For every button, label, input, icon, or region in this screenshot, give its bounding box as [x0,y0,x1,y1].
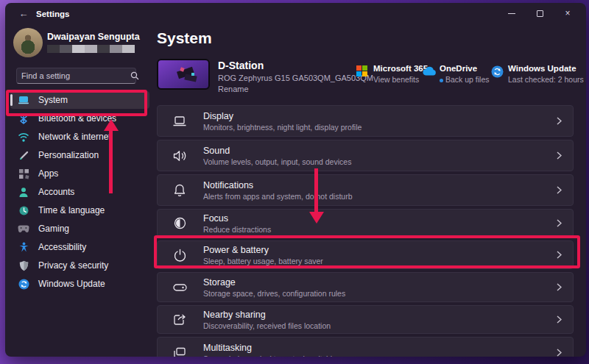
user-avatar[interactable] [13,28,43,57]
chevron-right-icon [555,219,562,227]
chevron-right-icon [555,151,562,160]
quick-info-subtitle: Last checked: 2 hours ago [508,75,586,84]
rename-button[interactable]: Rename [218,85,249,93]
annotation-arrow-down-icon [309,212,324,224]
search-icon [130,71,139,80]
close-icon: × [565,8,570,18]
sidebar-item-label: Personalization [38,150,99,160]
brush-icon [18,149,29,161]
nearby-sharing-icon [172,313,187,327]
status-dot [440,79,443,82]
sidebar-item-label: Privacy & security [38,260,108,271]
annotation-arrow-up-icon [104,119,119,131]
card-title: Sound [203,146,555,156]
update-icon [18,278,29,290]
card-title: Focus [203,213,555,224]
sidebar-item-accessibility[interactable]: Accessibility [10,238,149,256]
apps-icon [18,168,29,179]
person-icon [18,186,29,198]
settings-card-nearby-sharing[interactable]: Nearby sharing Discoverability, received… [157,305,574,334]
user-name: Dwaipayan Sengupta [47,32,140,42]
card-subtitle: Reduce distractions [203,225,555,234]
chevron-right-icon [555,186,562,194]
minimize-button[interactable] [498,3,526,24]
sidebar-item-network-internet[interactable]: Network & internet [10,128,149,146]
bell-icon [172,183,187,198]
settings-card-focus[interactable]: Focus Reduce distractions [157,209,574,238]
gamepad-icon [18,223,29,235]
sidebar-item-label: Accessibility [38,242,86,252]
close-button[interactable]: × [554,3,582,24]
quick-info-subtitle: View benefits [373,75,419,84]
annotation-arrow-up-shaft [109,130,113,193]
display-icon [172,114,187,129]
search-input[interactable] [17,71,130,80]
sidebar-item-gaming[interactable]: Gaming [10,220,149,238]
settings-window: ← Settings × Dwaipayan Sengupta System [5,3,586,357]
annotation-arrow-down-shaft [314,168,318,213]
chevron-right-icon [555,349,562,357]
card-title: Storage [203,277,555,288]
onedrive-cloud-icon [423,65,437,79]
settings-card-list: Display Monitors, brightness, night ligh… [157,105,574,357]
settings-card-notifications[interactable]: Notifications Alerts from apps and syste… [157,174,574,206]
titlebar: ← Settings × [5,3,586,24]
annotation-box-power-battery [154,235,580,268]
sidebar-item-windows-update[interactable]: Windows Update [10,275,149,293]
window-title: Settings [36,10,69,18]
device-name: D-Station [218,60,264,71]
microsoft-logo-icon [356,65,367,79]
sidebar-item-privacy-security[interactable]: Privacy & security [10,257,149,274]
accessibility-person-icon [18,241,29,253]
card-subtitle: Storage space, drives, configuration rul… [203,289,555,298]
sidebar-item-accounts[interactable]: Accounts [10,183,149,201]
card-title: Nearby sharing [203,310,555,320]
maximize-icon [537,10,543,17]
multitasking-icon [172,346,187,357]
clock-icon [18,204,29,216]
sidebar-item-label: Time & language [38,205,105,215]
quick-info-title: OneDrive [440,64,477,73]
device-thumbnail [157,59,210,90]
chevron-right-icon [555,283,562,291]
card-title: Multitasking [203,343,555,353]
card-subtitle: Alerts from apps and system, do not dist… [203,192,555,201]
main-content: System D-Station ROG Zephyrus G15 GA503Q… [154,24,586,357]
wifi-icon [18,131,29,143]
back-button[interactable]: ← [17,8,30,20]
maximize-button[interactable] [526,3,554,24]
card-title: Display [203,111,555,121]
quick-info-title: Windows Update [508,64,576,73]
chevron-right-icon [555,315,562,324]
sidebar-item-label: Gaming [38,224,69,234]
card-subtitle: Volume levels, output, input, sound devi… [203,157,555,166]
shield-icon [18,260,29,271]
minimize-icon [508,13,515,14]
sound-icon [172,149,187,163]
chevron-right-icon [555,117,562,125]
search-box[interactable] [16,68,136,84]
settings-card-display[interactable]: Display Monitors, brightness, night ligh… [157,105,574,137]
windows-update-circle-icon [491,65,504,81]
sidebar-item-personalization[interactable]: Personalization [10,146,149,164]
settings-card-multitasking[interactable]: Multitasking Snap windows, desktops, tas… [157,337,574,357]
quick-info-title: Microsoft 365 [373,64,428,73]
settings-card-sound[interactable]: Sound Volume levels, output, input, soun… [157,140,574,171]
sidebar: Dwaipayan Sengupta System Bluetooth & de… [5,24,154,357]
storage-drive-icon [172,280,187,295]
sidebar-nav: System Bluetooth & devices Network & int… [10,91,149,293]
card-subtitle: Snap windows, desktops, task switching [203,354,555,357]
sidebar-item-label: Apps [38,168,58,179]
sidebar-item-time-language[interactable]: Time & language [10,201,149,219]
sidebar-item-label: Accounts [38,187,74,197]
sidebar-item-label: Windows Update [38,279,105,289]
card-title: Notifications [203,180,555,190]
card-subtitle: Discoverability, received files location [203,321,555,330]
quick-info-subtitle: Back up files [440,75,490,84]
device-model: ROG Zephyrus G15 GA503QM_GA503QM [218,74,373,82]
sidebar-item-apps[interactable]: Apps [10,165,149,182]
focus-icon [172,216,187,231]
settings-card-storage[interactable]: Storage Storage space, drives, configura… [157,272,574,302]
page-title: System [157,29,212,47]
back-arrow-icon: ← [19,8,29,19]
